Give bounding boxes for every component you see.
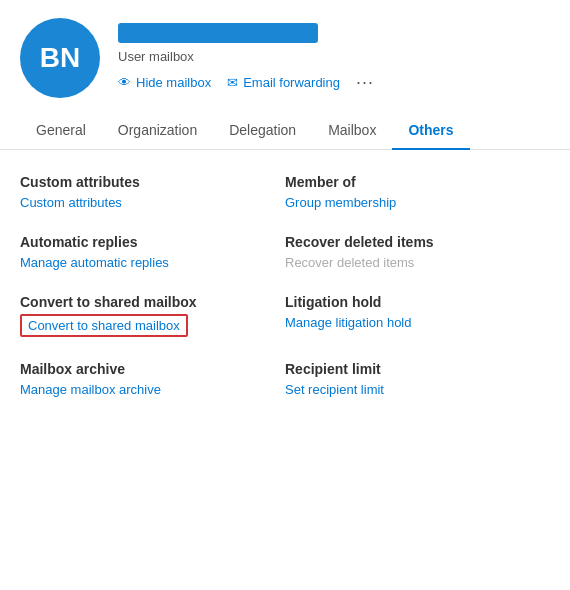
section-custom-attributes: Custom attributes Custom attributes (20, 174, 285, 234)
custom-attributes-link[interactable]: Custom attributes (20, 195, 122, 210)
header-info: User mailbox 👁 Hide mailbox ✉ Email forw… (118, 23, 550, 93)
manage-litigation-hold-link[interactable]: Manage litigation hold (285, 315, 411, 330)
section-member-of: Member of Group membership (285, 174, 550, 234)
sections-grid: Custom attributes Custom attributes Memb… (20, 174, 550, 421)
section-convert-shared: Convert to shared mailbox Convert to sha… (20, 294, 285, 361)
content-area: Custom attributes Custom attributes Memb… (0, 150, 570, 441)
header-action-bar: 👁 Hide mailbox ✉ Email forwarding ··· (118, 72, 550, 93)
hide-mailbox-button[interactable]: 👁 Hide mailbox (118, 75, 211, 90)
hide-mailbox-label: Hide mailbox (136, 75, 211, 90)
avatar: BN (20, 18, 100, 98)
recover-deleted-title: Recover deleted items (285, 234, 550, 250)
avatar-initials: BN (40, 42, 80, 74)
tab-mailbox[interactable]: Mailbox (312, 112, 392, 150)
tab-others[interactable]: Others (392, 112, 469, 150)
tab-general[interactable]: General (20, 112, 102, 150)
user-name-bar (118, 23, 318, 43)
tab-bar: General Organization Delegation Mailbox … (0, 112, 570, 150)
recover-deleted-link: Recover deleted items (285, 255, 414, 270)
more-options-button[interactable]: ··· (356, 72, 374, 93)
mailbox-type: User mailbox (118, 49, 550, 64)
section-recover-deleted: Recover deleted items Recover deleted it… (285, 234, 550, 294)
group-membership-link[interactable]: Group membership (285, 195, 396, 210)
manage-automatic-replies-link[interactable]: Manage automatic replies (20, 255, 169, 270)
section-litigation-hold: Litigation hold Manage litigation hold (285, 294, 550, 361)
page-header: BN User mailbox 👁 Hide mailbox ✉ Email f… (0, 0, 570, 112)
automatic-replies-title: Automatic replies (20, 234, 255, 250)
mailbox-archive-title: Mailbox archive (20, 361, 255, 377)
litigation-hold-title: Litigation hold (285, 294, 550, 310)
section-recipient-limit: Recipient limit Set recipient limit (285, 361, 550, 421)
tab-delegation[interactable]: Delegation (213, 112, 312, 150)
tab-organization[interactable]: Organization (102, 112, 213, 150)
convert-shared-title: Convert to shared mailbox (20, 294, 255, 310)
set-recipient-limit-link[interactable]: Set recipient limit (285, 382, 384, 397)
custom-attributes-title: Custom attributes (20, 174, 255, 190)
email-forwarding-button[interactable]: ✉ Email forwarding (227, 75, 340, 90)
manage-mailbox-archive-link[interactable]: Manage mailbox archive (20, 382, 161, 397)
convert-shared-link[interactable]: Convert to shared mailbox (20, 314, 188, 337)
email-forwarding-label: Email forwarding (243, 75, 340, 90)
email-icon: ✉ (227, 75, 238, 90)
member-of-title: Member of (285, 174, 550, 190)
eye-icon: 👁 (118, 75, 131, 90)
recipient-limit-title: Recipient limit (285, 361, 550, 377)
section-mailbox-archive: Mailbox archive Manage mailbox archive (20, 361, 285, 421)
section-automatic-replies: Automatic replies Manage automatic repli… (20, 234, 285, 294)
